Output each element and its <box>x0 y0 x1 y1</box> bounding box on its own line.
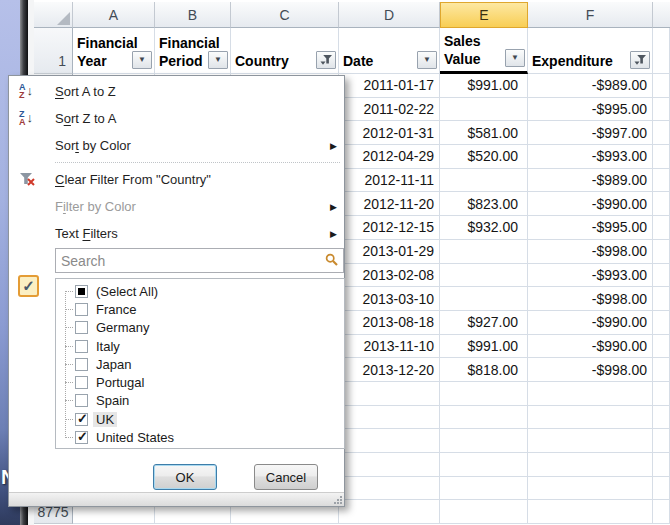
cell-sales[interactable]: $991.00 <box>440 335 528 359</box>
cell-expenditure[interactable]: -$990.00 <box>528 192 653 216</box>
cell-date[interactable] <box>339 429 440 453</box>
cell-financial-period[interactable]: Financial Period ▼ <box>155 28 231 74</box>
menu-item-sort-a-to-z[interactable]: AZ↓ Sort A to Z <box>9 78 344 105</box>
financial-year-filter-dropdown[interactable]: ▼ <box>132 51 152 69</box>
cell[interactable] <box>653 453 670 477</box>
cell-expenditure[interactable]: -$993.00 <box>528 264 653 288</box>
checkbox-icon[interactable] <box>75 376 88 389</box>
cell-sales[interactable] <box>440 453 528 477</box>
sales-value-filter-dropdown[interactable]: ▼ <box>505 49 525 67</box>
cell-expenditure[interactable]: Expenditure <box>528 28 653 74</box>
cell[interactable] <box>653 145 670 169</box>
cell-date[interactable]: 2013-03-10 <box>339 287 440 311</box>
date-filter-dropdown[interactable]: ▼ <box>417 51 437 69</box>
cell-sales[interactable]: $991.00 <box>440 74 528 98</box>
cell[interactable] <box>653 311 670 335</box>
cell-expenditure[interactable] <box>528 429 653 453</box>
cell[interactable] <box>653 74 670 98</box>
checkbox-icon[interactable] <box>75 394 88 407</box>
cell-date[interactable]: 2012-01-31 <box>339 121 440 145</box>
cell-sales[interactable] <box>440 98 528 122</box>
cell-expenditure[interactable] <box>528 500 653 524</box>
cell-sales[interactable]: $818.00 <box>440 358 528 382</box>
cell-sales[interactable] <box>440 287 528 311</box>
column-header-e-selected[interactable]: E <box>440 2 528 28</box>
column-header-a[interactable]: A <box>73 2 155 28</box>
cell[interactable] <box>653 169 670 193</box>
cell-sales[interactable] <box>440 240 528 264</box>
cell[interactable] <box>653 500 670 524</box>
cell-date[interactable]: 2013-01-29 <box>339 240 440 264</box>
cell-date[interactable] <box>339 382 440 406</box>
cell-expenditure[interactable]: -$998.00 <box>528 240 653 264</box>
cell-date[interactable]: 2013-12-20 <box>339 358 440 382</box>
column-header-g-partial[interactable] <box>653 2 670 28</box>
cell-expenditure[interactable]: -$998.00 <box>528 287 653 311</box>
filter-value-portugal[interactable]: Portugal <box>59 373 344 391</box>
filter-value-france[interactable]: France <box>59 300 344 318</box>
cell[interactable] <box>653 192 670 216</box>
cell[interactable] <box>653 121 670 145</box>
column-header-b[interactable]: B <box>155 2 231 28</box>
cell-expenditure[interactable]: -$989.00 <box>528 74 653 98</box>
cell-date[interactable]: 2012-04-29 <box>339 145 440 169</box>
cell-date[interactable]: Date ▼ <box>339 28 440 74</box>
cell[interactable] <box>653 264 670 288</box>
cell[interactable] <box>653 358 670 382</box>
cell-date[interactable]: 2011-02-22 <box>339 98 440 122</box>
cell-expenditure[interactable]: -$995.00 <box>528 216 653 240</box>
cell-date[interactable] <box>339 453 440 477</box>
ok-button[interactable]: OK <box>153 464 217 490</box>
cell-expenditure[interactable]: -$997.00 <box>528 121 653 145</box>
cell[interactable] <box>653 382 670 406</box>
cell-date[interactable] <box>339 500 440 524</box>
row-header-1[interactable]: 1 <box>34 28 73 74</box>
cell-expenditure[interactable]: -$990.00 <box>528 311 653 335</box>
checkbox-icon[interactable] <box>75 431 88 444</box>
cell-date[interactable]: 2012-12-15 <box>339 216 440 240</box>
cell[interactable] <box>653 429 670 453</box>
cell-expenditure[interactable]: -$993.00 <box>528 145 653 169</box>
cell-expenditure[interactable] <box>528 477 653 501</box>
financial-period-filter-dropdown[interactable]: ▼ <box>208 51 228 69</box>
cell-date[interactable]: 2013-02-08 <box>339 264 440 288</box>
cell[interactable] <box>653 98 670 122</box>
checkbox-icon[interactable] <box>75 303 88 316</box>
filter-value-spain[interactable]: Spain <box>59 392 344 410</box>
cell-sales[interactable]: $927.00 <box>440 311 528 335</box>
cell-sales[interactable] <box>440 382 528 406</box>
checkbox-icon[interactable] <box>75 358 88 371</box>
cell-expenditure[interactable]: -$989.00 <box>528 169 653 193</box>
checkbox-icon[interactable] <box>75 321 88 334</box>
cell-sales[interactable]: $581.00 <box>440 121 528 145</box>
cell-expenditure[interactable]: -$995.00 <box>528 98 653 122</box>
cancel-button[interactable]: Cancel <box>254 464 318 490</box>
menu-item-clear-filter[interactable]: Clear Filter From "Country" <box>9 166 344 193</box>
cell[interactable] <box>653 335 670 359</box>
cell-expenditure[interactable] <box>528 453 653 477</box>
filter-value-uk[interactable]: UK <box>59 410 344 428</box>
cell-date[interactable] <box>339 406 440 430</box>
cell-sales-value[interactable]: Sales Value ▼ <box>440 28 528 74</box>
cell[interactable] <box>653 477 670 501</box>
cell-date[interactable]: 2012-11-11 <box>339 169 440 193</box>
cell-country[interactable]: Country <box>231 28 339 74</box>
search-icon[interactable] <box>325 253 339 270</box>
checkbox-icon[interactable] <box>75 413 88 426</box>
checkbox-icon[interactable] <box>75 285 88 298</box>
cell-sales[interactable] <box>440 500 528 524</box>
cell[interactable] <box>653 216 670 240</box>
cell[interactable] <box>653 406 670 430</box>
menu-item-sort-by-color[interactable]: Sort by Color ▶ <box>9 132 344 159</box>
column-header-d[interactable]: D <box>339 2 440 28</box>
cell-sales[interactable] <box>440 406 528 430</box>
resize-grip-icon[interactable] <box>332 494 343 505</box>
cell-sales[interactable]: $520.00 <box>440 145 528 169</box>
cell-sales[interactable] <box>440 429 528 453</box>
cell-date[interactable]: 2011-01-17 <box>339 74 440 98</box>
cell[interactable] <box>653 287 670 311</box>
expenditure-filter-dropdown-active[interactable] <box>630 51 650 69</box>
cell-expenditure[interactable] <box>528 406 653 430</box>
cell-sales[interactable] <box>440 477 528 501</box>
column-header-f[interactable]: F <box>528 2 653 28</box>
